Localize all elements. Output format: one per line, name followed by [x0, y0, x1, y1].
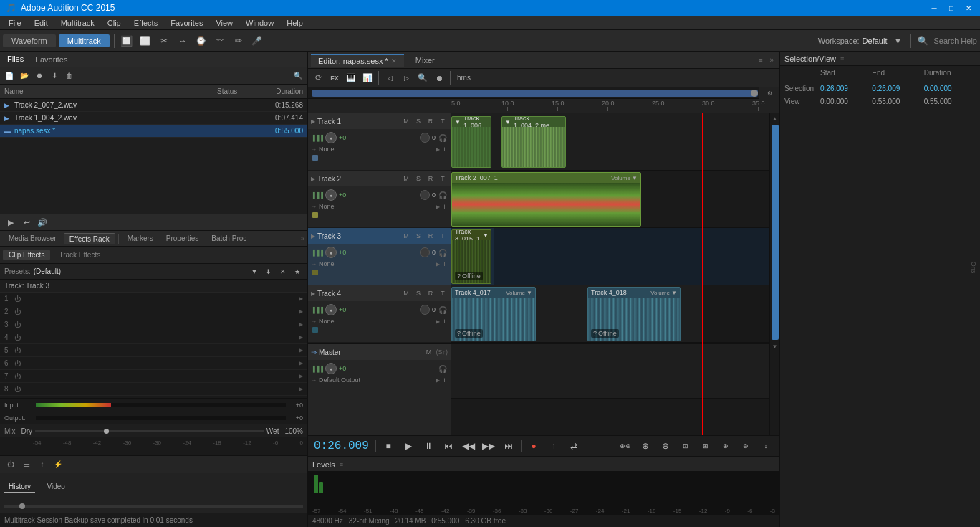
track-lane-1[interactable]: ▼ Track 1_006 ▼ Track 1_004_2.me — [451, 113, 769, 171]
track-4-expand-icon[interactable]: ▶ — [311, 290, 315, 297]
goto-start-button[interactable]: ⏮ — [441, 438, 456, 454]
zoom-in-full-btn[interactable]: ⊕⊕ — [618, 438, 633, 454]
tab-effects-rack[interactable]: Effects Rack — [64, 233, 115, 244]
slot-power-icon[interactable]: ⏻ — [14, 295, 24, 303]
menu-effects[interactable]: Effects — [128, 17, 163, 29]
record-button[interactable]: ● — [526, 438, 542, 454]
master-volume-knob[interactable]: ● — [325, 363, 337, 374]
mix-knob[interactable] — [104, 429, 109, 434]
timeline-btn-sync[interactable]: ⟳ — [311, 71, 325, 85]
undo-track[interactable] — [4, 505, 303, 508]
master-btn-m[interactable]: M — [424, 347, 434, 357]
scrollbar-down-btn[interactable]: ▼ — [770, 341, 780, 351]
zoom-out-v-btn[interactable]: ⊖ — [738, 438, 754, 454]
levels-options-icon[interactable]: ≡ — [340, 461, 343, 468]
slot-arrow-icon[interactable]: ▶ — [299, 347, 303, 353]
track-2-output-expand-icon[interactable]: ▶ — [436, 204, 440, 210]
search-help-label[interactable]: Search Help — [933, 37, 977, 45]
slot-arrow-icon[interactable]: ▶ — [299, 295, 303, 302]
track-1-arrow-icon[interactable]: → — [311, 146, 317, 153]
preset-dropdown-icon[interactable]: ▼ — [249, 266, 260, 277]
menu-clip[interactable]: Clip — [102, 17, 127, 29]
track-2-volume-knob[interactable]: ● — [325, 189, 337, 201]
track-4-route-icon[interactable]: ⏸ — [442, 318, 448, 325]
zoom-fit-v-btn[interactable]: ↕ — [758, 438, 774, 454]
stop-button[interactable]: ■ — [380, 438, 396, 454]
master-route-icon[interactable]: ⏸ — [442, 377, 448, 384]
track-2-route-icon[interactable]: ⏸ — [442, 204, 448, 210]
track-4-type-btn[interactable]: T — [438, 288, 448, 298]
expand-editor-icon[interactable]: » — [767, 56, 777, 64]
track-lane-4[interactable]: Track 4_017 Volume ▼ ?Offline Track 4_01… — [451, 285, 769, 343]
timeline-btn-out[interactable]: ▷ — [399, 71, 413, 85]
master-headphone-icon[interactable]: 🎧 — [438, 364, 448, 374]
play-button[interactable]: ▶ — [400, 438, 416, 454]
zoom-in-v-btn[interactable]: ⊕ — [718, 438, 734, 454]
track-2-arrow-icon[interactable]: → — [311, 204, 317, 210]
play-button[interactable]: ▶ — [4, 216, 17, 229]
track-1-solo-btn[interactable]: S — [413, 116, 423, 126]
effect-slot-4[interactable]: 4 ⏻ ▶ — [0, 331, 307, 344]
tab-batch-proc[interactable]: Batch Proc — [206, 233, 252, 244]
power-icon[interactable]: ⏻ — [4, 458, 17, 471]
fast-forward-button[interactable]: ▶▶ — [481, 438, 496, 454]
track-4-mute-btn[interactable]: M — [401, 288, 411, 298]
track-1-output-expand-icon[interactable]: ▶ — [436, 146, 440, 153]
track-2-arm-btn[interactable]: R — [426, 174, 436, 184]
track-3-route-icon[interactable]: ⏸ — [442, 261, 448, 267]
zoom-fit-btn[interactable]: ⊡ — [678, 438, 693, 454]
waveform-tab[interactable]: Waveform — [3, 34, 56, 47]
volume-button[interactable]: 🔊 — [36, 216, 49, 229]
timeline-scroll-thumb[interactable] — [751, 90, 758, 97]
close-button[interactable]: ✕ — [963, 2, 974, 14]
files-tab[interactable]: Files — [4, 53, 27, 65]
effect-slot-2[interactable]: 2 ⏻ ▶ — [0, 305, 307, 318]
tab-markers[interactable]: Markers — [122, 233, 159, 244]
rewind-button[interactable]: ◀◀ — [461, 438, 476, 454]
track-4-arm-btn[interactable]: R — [426, 288, 436, 298]
track-1-mute-btn[interactable]: M — [401, 116, 411, 126]
slot-power-icon[interactable]: ⏻ — [14, 334, 24, 341]
track-1-arm-btn[interactable]: R — [426, 116, 436, 126]
slot-arrow-icon[interactable]: ▶ — [299, 308, 303, 315]
track-lane-3[interactable]: Track 3_015_1 ▼ ?Offline — [451, 228, 769, 285]
timeline-scroll-inner[interactable] — [312, 90, 758, 97]
track-3-output-expand-icon[interactable]: ▶ — [436, 261, 440, 267]
track-4-pan-knob[interactable] — [420, 305, 430, 315]
file-item-selected[interactable]: ▬ napas.sesx * 0:55.000 — [0, 125, 307, 138]
export-button[interactable]: ↑ — [546, 438, 562, 454]
slot-power-icon[interactable]: ⏻ — [14, 321, 24, 328]
effect-slot-1[interactable]: 1 ⏻ ▶ — [0, 293, 307, 305]
new-file-icon[interactable]: 📄 — [3, 70, 16, 82]
workspace-expand-icon[interactable]: ▼ — [890, 33, 905, 49]
track-3-headphone-icon[interactable]: 🎧 — [438, 247, 448, 257]
clip-track2-1[interactable]: Track 2_007_1 Volume ▼ — [451, 172, 641, 227]
clip-track3-1[interactable]: Track 3_015_1 ▼ ?Offline — [451, 229, 491, 284]
menu-view[interactable]: View — [210, 17, 239, 29]
timeline-btn-stats[interactable]: 📊 — [360, 71, 375, 85]
vertical-scrollbar[interactable]: ▲ ▼ — [769, 113, 779, 435]
tab-properties[interactable]: Properties — [160, 233, 205, 244]
preset-delete-icon[interactable]: ✕ — [277, 266, 289, 277]
clip-track1-1[interactable]: ▼ Track 1_006 — [451, 116, 491, 168]
effect-slot-5[interactable]: 5 ⏻ ▶ — [0, 344, 307, 357]
track-1-type-btn[interactable]: T — [438, 116, 448, 126]
toolbar-icon-razor[interactable]: ✂ — [156, 33, 172, 49]
video-tab[interactable]: Video — [42, 481, 69, 492]
slot-power-icon[interactable]: ⏻ — [14, 373, 24, 380]
slot-arrow-icon[interactable]: ▶ — [299, 334, 303, 341]
undo-thumb[interactable] — [19, 503, 25, 509]
mixer-tab[interactable]: Mixer — [408, 54, 442, 66]
file-item[interactable]: ▶ Track 2_007_2.wav 0:15.268 — [0, 99, 307, 112]
panels-more-icon[interactable]: » — [301, 235, 304, 242]
tab-media-browser[interactable]: Media Browser — [3, 233, 62, 244]
zoom-selection-btn[interactable]: ⊞ — [698, 438, 714, 454]
slot-arrow-icon[interactable]: ▶ — [299, 321, 303, 328]
favorites-tab[interactable]: Favorites — [32, 54, 70, 65]
slot-arrow-icon[interactable]: ▶ — [299, 373, 303, 379]
menu-window[interactable]: Window — [240, 17, 279, 29]
track-2-type-btn[interactable]: T — [438, 174, 448, 184]
track-1-volume-knob[interactable]: ● — [325, 132, 337, 143]
editor-tab-active[interactable]: Editor: napas.sesx * ✕ — [311, 54, 404, 67]
slot-power-icon[interactable]: ⏻ — [14, 360, 24, 367]
